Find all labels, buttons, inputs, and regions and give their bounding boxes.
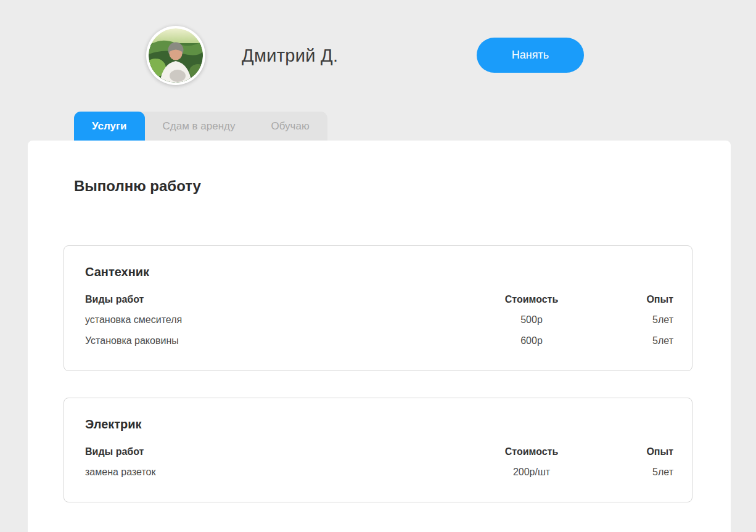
tab-rent-out[interactable]: Сдам в аренду bbox=[145, 112, 253, 141]
column-header-experience: Опыт bbox=[593, 445, 673, 459]
column-header-experience: Опыт bbox=[593, 293, 673, 306]
service-row-work: замена разеток bbox=[85, 465, 470, 480]
service-row-cost: 200р/шт bbox=[470, 465, 593, 480]
profile-photo-icon bbox=[149, 28, 203, 83]
profile-name: Дмитрий Д. bbox=[242, 26, 338, 85]
column-header-works: Виды работ bbox=[85, 445, 470, 459]
service-card-title: Сантехник bbox=[85, 264, 673, 279]
service-row: установка смесителя 500р 5лет bbox=[85, 313, 673, 327]
column-header-cost: Стоимость bbox=[470, 445, 593, 459]
service-row-work: Установка раковины bbox=[85, 334, 470, 348]
service-row-experience: 5лет bbox=[593, 465, 673, 480]
tab-teaching[interactable]: Обучаю bbox=[253, 112, 327, 141]
service-row: замена разеток 200р/шт 5лет bbox=[85, 465, 673, 480]
hire-button[interactable]: Нанять bbox=[477, 38, 584, 73]
column-header-cost: Стоимость bbox=[470, 293, 593, 306]
service-card-title: Электрик bbox=[85, 417, 673, 432]
service-table-header: Виды работ Стоимость Опыт bbox=[85, 445, 673, 459]
tab-services[interactable]: Услуги bbox=[74, 112, 145, 141]
service-table-header: Виды работ Стоимость Опыт bbox=[85, 293, 673, 306]
service-row-work: установка смесителя bbox=[85, 313, 470, 327]
service-row-cost: 500р bbox=[470, 313, 593, 327]
avatar bbox=[146, 26, 205, 85]
service-row: Установка раковины 600р 5лет bbox=[85, 334, 673, 348]
column-header-works: Виды работ bbox=[85, 293, 470, 306]
content-panel: Выполню работу Сантехник Виды работ Стои… bbox=[28, 141, 731, 532]
service-row-experience: 5лет bbox=[593, 334, 673, 348]
tab-bar: Услуги Сдам в аренду Обучаю bbox=[74, 112, 327, 141]
service-row-experience: 5лет bbox=[593, 313, 673, 327]
service-row-cost: 600р bbox=[470, 334, 593, 348]
service-card-plumber: Сантехник Виды работ Стоимость Опыт уста… bbox=[64, 245, 692, 371]
profile-header: Дмитрий Д. Нанять bbox=[0, 26, 756, 85]
section-title: Выполню работу bbox=[74, 178, 692, 195]
service-card-electrician: Электрик Виды работ Стоимость Опыт замен… bbox=[64, 398, 692, 502]
